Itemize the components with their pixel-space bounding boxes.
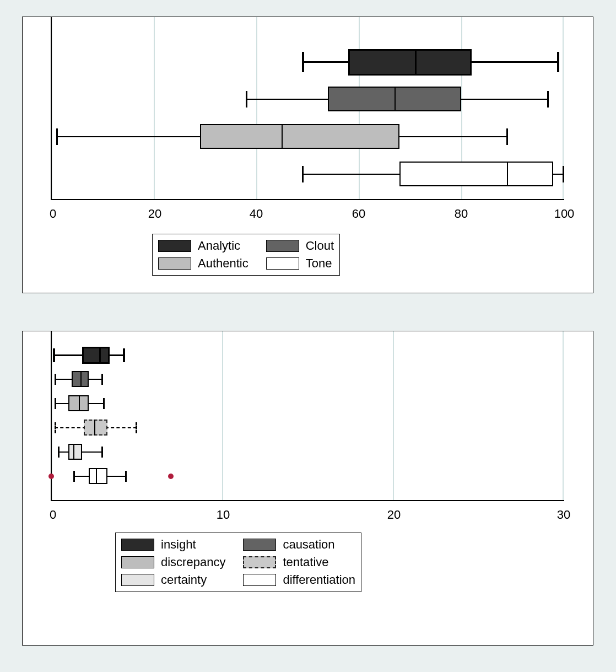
legend-label: certainty — [161, 573, 207, 587]
legend-label: Clout — [306, 239, 334, 253]
legend-swatch — [121, 556, 154, 568]
legend-item-discrepancy: discrepancy — [121, 555, 225, 569]
legend-label: Analytic — [198, 239, 240, 253]
legend-label: tentative — [283, 555, 328, 569]
xtick: 30 — [553, 508, 575, 522]
xtick: 20 — [144, 207, 166, 221]
xtick: 0 — [45, 508, 61, 522]
legend-item-causation: causation — [243, 537, 355, 552]
xtick: 0 — [45, 207, 61, 221]
xtick: 40 — [245, 207, 267, 221]
outlier — [48, 474, 54, 479]
legend-item-tentative: tentative — [243, 555, 355, 569]
legend-label: insight — [161, 537, 196, 552]
legend-item-differentiation: differentiation — [243, 573, 355, 587]
legend-swatch — [121, 539, 154, 551]
xtick: 60 — [348, 207, 370, 221]
legend-swatch — [243, 574, 276, 586]
xtick: 100 — [549, 207, 580, 221]
plot-area-top — [51, 17, 564, 199]
legend-swatch — [158, 257, 191, 270]
xtick: 20 — [383, 508, 405, 522]
legend-label: causation — [283, 537, 334, 552]
legend-bottom: insight causation discrepancy tentative … — [115, 533, 361, 592]
legend-swatch — [266, 240, 299, 252]
legend-swatch — [243, 556, 276, 568]
chart-bottom: 0 10 20 30 insight causation discrepancy… — [22, 331, 593, 646]
legend-item-tone: Tone — [266, 256, 334, 271]
legend-label: differentiation — [283, 573, 355, 587]
legend-label: Authentic — [198, 256, 248, 271]
figure-container: 0 20 40 60 80 100 Analytic Clout Authent… — [0, 0, 616, 672]
legend-label: Tone — [306, 256, 332, 271]
legend-item-certainty: certainty — [121, 573, 225, 587]
legend-item-insight: insight — [121, 537, 225, 552]
legend-swatch — [158, 240, 191, 252]
legend-top: Analytic Clout Authentic Tone — [152, 234, 340, 276]
xtick: 80 — [450, 207, 472, 221]
plot-area-bottom — [51, 331, 564, 500]
chart-top: 0 20 40 60 80 100 Analytic Clout Authent… — [22, 17, 593, 293]
legend-swatch — [266, 257, 299, 270]
legend-swatch — [121, 574, 154, 586]
outlier — [168, 474, 174, 479]
legend-item-analytic: Analytic — [158, 239, 248, 253]
xtick: 10 — [212, 508, 234, 522]
legend-label: discrepancy — [161, 555, 225, 569]
legend-item-authentic: Authentic — [158, 256, 248, 271]
legend-item-clout: Clout — [266, 239, 334, 253]
legend-swatch — [243, 539, 276, 551]
